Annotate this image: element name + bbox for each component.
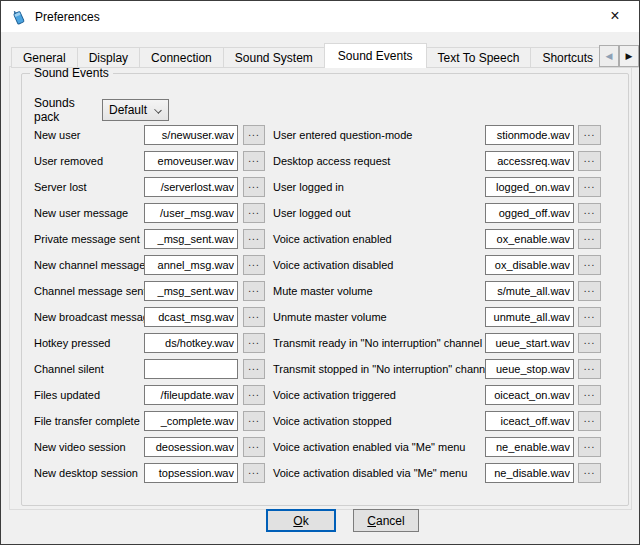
sound-file-input[interactable] — [144, 229, 238, 249]
sound-file-input[interactable] — [144, 333, 238, 353]
browse-button[interactable]: ... — [578, 203, 601, 223]
sound-file-input[interactable] — [485, 359, 574, 379]
sound-event-row: Unmute master volume ... — [273, 307, 601, 327]
sound-file-input[interactable] — [144, 463, 238, 483]
sound-file-input[interactable] — [144, 307, 238, 327]
preferences-dialog: Preferences × General Display Connection… — [0, 0, 640, 545]
sound-event-label: File transfer complete — [34, 415, 144, 427]
sound-file-input[interactable] — [144, 125, 238, 145]
tab-general[interactable]: General — [11, 47, 78, 68]
sound-file-input[interactable] — [485, 307, 574, 327]
browse-button[interactable]: ... — [578, 229, 601, 249]
browse-button[interactable]: ... — [243, 125, 265, 145]
browse-button[interactable]: ... — [578, 359, 601, 379]
sound-event-row: Channel message sent ... — [34, 281, 265, 301]
sound-file-input[interactable] — [485, 437, 574, 457]
sounds-pack-value: Default — [109, 103, 147, 117]
browse-button[interactable]: ... — [243, 307, 265, 327]
browse-button[interactable]: ... — [578, 437, 601, 457]
browse-button[interactable]: ... — [243, 255, 265, 275]
browse-button[interactable]: ... — [578, 151, 601, 171]
chevron-down-icon — [154, 106, 162, 114]
browse-button[interactable]: ... — [243, 333, 265, 353]
browse-button[interactable]: ... — [243, 463, 265, 483]
tab-text-to-speech[interactable]: Text To Speech — [426, 47, 532, 68]
sound-file-input[interactable] — [144, 177, 238, 197]
sound-file-input[interactable] — [144, 411, 238, 431]
tab-display[interactable]: Display — [77, 47, 140, 68]
sound-event-label: New channel message — [34, 259, 144, 271]
sound-file-input[interactable] — [485, 177, 574, 197]
sound-event-label: User logged out — [273, 207, 485, 219]
tab-scroll-right-icon[interactable]: ▶ — [619, 45, 639, 67]
sound-event-row: Voice activation triggered ... — [273, 385, 601, 405]
sound-event-row: Hotkey pressed ... — [34, 333, 265, 353]
sound-event-row: Voice activation disabled via "Me" menu … — [273, 463, 601, 483]
sound-file-input[interactable] — [485, 385, 574, 405]
sound-file-input[interactable] — [485, 255, 574, 275]
sound-file-input[interactable] — [485, 463, 574, 483]
browse-button[interactable]: ... — [243, 359, 265, 379]
tab-shortcuts[interactable]: Shortcuts — [530, 47, 605, 68]
browse-button[interactable]: ... — [243, 203, 265, 223]
browse-button[interactable]: ... — [243, 437, 265, 457]
browse-button[interactable]: ... — [243, 281, 265, 301]
sound-event-label: New desktop session — [34, 467, 144, 479]
sound-file-input[interactable] — [485, 229, 574, 249]
sound-event-label: Channel silent — [34, 363, 144, 375]
sound-file-input[interactable] — [144, 281, 238, 301]
sound-file-input[interactable] — [485, 151, 574, 171]
ok-button[interactable]: Ok — [266, 509, 336, 532]
sound-event-label: Voice activation disabled — [273, 259, 485, 271]
close-icon[interactable]: × — [597, 1, 633, 31]
browse-button[interactable]: ... — [243, 177, 265, 197]
sound-file-input[interactable] — [144, 437, 238, 457]
sound-event-label: Transmit stopped in "No interruption" ch… — [273, 363, 485, 375]
sound-file-input[interactable] — [144, 359, 238, 379]
sound-file-input[interactable] — [485, 281, 574, 301]
sound-event-label: Hotkey pressed — [34, 337, 144, 349]
sound-file-input[interactable] — [144, 203, 238, 223]
sound-event-label: New user message — [34, 207, 144, 219]
sound-event-label: Files updated — [34, 389, 144, 401]
sound-events-left-column: New user ... User removed ... Server los… — [34, 125, 265, 489]
tab-connection[interactable]: Connection — [139, 47, 224, 68]
sound-file-input[interactable] — [485, 203, 574, 223]
sound-event-label: Mute master volume — [273, 285, 485, 297]
browse-button[interactable]: ... — [578, 411, 601, 431]
window-title: Preferences — [35, 10, 100, 24]
sound-event-label: Voice activation enabled — [273, 233, 485, 245]
sound-event-label: New broadcast message — [34, 311, 144, 323]
tab-bar: General Display Connection Sound System … — [11, 43, 639, 68]
sound-file-input[interactable] — [485, 411, 574, 431]
sound-event-row: Voice activation enabled ... — [273, 229, 601, 249]
browse-button[interactable]: ... — [578, 333, 601, 353]
sound-event-row: Server lost ... — [34, 177, 265, 197]
browse-button[interactable]: ... — [243, 385, 265, 405]
sounds-pack-select[interactable]: Default — [102, 99, 169, 121]
sound-event-label: Private message sent — [34, 233, 144, 245]
ok-accel: O — [293, 514, 302, 528]
tab-sound-system[interactable]: Sound System — [223, 47, 325, 68]
browse-button[interactable]: ... — [578, 281, 601, 301]
browse-button[interactable]: ... — [578, 463, 601, 483]
sound-event-label: User logged in — [273, 181, 485, 193]
browse-button[interactable]: ... — [578, 177, 601, 197]
sound-file-input[interactable] — [144, 255, 238, 275]
cancel-button[interactable]: Cancel — [353, 509, 419, 532]
browse-button[interactable]: ... — [243, 411, 265, 431]
tab-sound-events[interactable]: Sound Events — [324, 43, 427, 68]
browse-button[interactable]: ... — [578, 307, 601, 327]
sound-event-label: Desktop access request — [273, 155, 485, 167]
sound-file-input[interactable] — [485, 333, 574, 353]
browse-button[interactable]: ... — [578, 385, 601, 405]
browse-button[interactable]: ... — [578, 255, 601, 275]
sound-file-input[interactable] — [144, 385, 238, 405]
tab-scroll-left-icon[interactable]: ◀ — [599, 45, 619, 67]
sound-file-input[interactable] — [485, 125, 574, 145]
browse-button[interactable]: ... — [243, 229, 265, 249]
sound-file-input[interactable] — [144, 151, 238, 171]
sound-event-row: User logged in ... — [273, 177, 601, 197]
browse-button[interactable]: ... — [578, 125, 601, 145]
browse-button[interactable]: ... — [243, 151, 265, 171]
